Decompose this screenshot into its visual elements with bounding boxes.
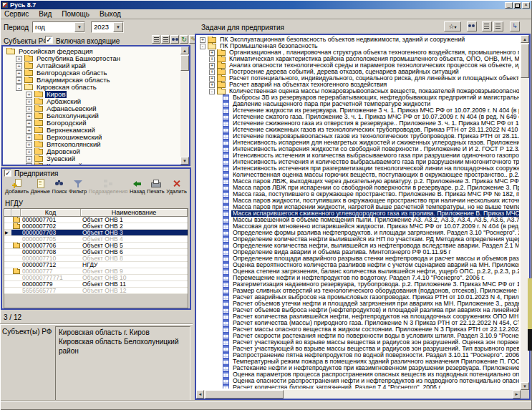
enterprise-row[interactable]: 0000007710Объект ОНВ 8 [4, 255, 188, 262]
tree-expand-toggle[interactable]: + [26, 156, 32, 162]
task-tree-item[interactable]: Количественная оценка массы горючих веще… [198, 172, 519, 178]
tree-expand-toggle[interactable]: + [26, 163, 32, 165]
search-icon[interactable] [467, 21, 477, 31]
tree-expand-toggle[interactable]: + [26, 113, 32, 119]
enterprises-checkbox[interactable]: ✓ [4, 170, 11, 177]
region-tree-item[interactable]: +Республика Башкортостан [4, 55, 180, 62]
task-tree-item[interactable]: Истечение сжиженных газов из технологиче… [198, 127, 519, 133]
enterprise-row[interactable]: 0000007702Объект ОНВ 2 [4, 223, 188, 230]
enterprise-row[interactable]: 000000777771Объект ОНВ 10 [4, 275, 188, 281]
task-tree-item[interactable]: Определение количества нефти, вылившейся… [198, 243, 519, 249]
task-tree-item[interactable]: Оценка параметров процесса распространен… [198, 371, 519, 378]
tree-expand-toggle[interactable]: - [200, 44, 205, 49]
tree-expand-toggle[interactable]: + [26, 127, 32, 134]
task-tree-item[interactable]: Расчет объемов утечки нефти и площадей з… [198, 301, 519, 307]
task-tree-item[interactable]: Интенсивность испарения для ненагретых ж… [198, 140, 519, 146]
menu-item[interactable]: Сервис [4, 10, 29, 18]
tree-expand-toggle[interactable]: + [26, 120, 32, 127]
tree-expand-toggle[interactable]: + [16, 63, 22, 69]
grid-header-code[interactable]: Код [21, 209, 81, 217]
panel-divider[interactable] [192, 19, 194, 401]
toolbar-button-print[interactable]: Печать [147, 178, 165, 198]
task-tree-item[interactable]: Расчет объемов выброса нефти (нефтепроду… [198, 307, 519, 313]
tree-expand-toggle[interactable]: + [26, 106, 32, 112]
scroll-up-icon[interactable]: ▲ [521, 35, 529, 43]
task-tree-item[interactable]: +Анализ опасности технологической среды … [198, 62, 519, 69]
region-tree-item[interactable]: +Афанасьевский [4, 105, 180, 112]
tree-expand-toggle[interactable]: + [209, 76, 215, 82]
menu-item[interactable]: Выход [100, 10, 121, 18]
tree-details-icon[interactable] [493, 21, 503, 31]
scrollbar-thumb[interactable] [205, 390, 284, 399]
scroll-right-icon[interactable]: ► [513, 390, 521, 399]
region-tree-vscrollbar[interactable]: ▲ ▼ [180, 47, 189, 165]
task-tree-item[interactable]: Истечение пожаровзрывоопасных газов из т… [198, 133, 519, 140]
task-tree-item[interactable]: Определение вида аварии и объема разлива… [198, 249, 519, 255]
task-tree-item[interactable]: Истечение сжиженного газа из отверстия в… [198, 120, 519, 127]
task-tree-item[interactable]: Расчет количества разлившейся нефти, неф… [198, 313, 519, 320]
region-tree-item[interactable]: Российская федерация [4, 48, 180, 55]
region-tree-item[interactable]: +Арбажский [4, 98, 180, 105]
task-tree-item[interactable]: Растекание нефти и нефтепродуктов при кв… [198, 365, 519, 371]
minimize-button[interactable]: _ [505, 2, 513, 9]
region-tree-item[interactable]: +Белгородская область [4, 69, 180, 77]
menu-item[interactable]: Вид [39, 10, 52, 18]
task-tree-item[interactable]: Истечение жидкости из резервуара. Прилож… [198, 107, 519, 114]
task-tree-item[interactable]: Расчет аварийных выбросов на промысловых… [198, 294, 519, 301]
restore-button[interactable] [513, 2, 521, 9]
enterprise-row[interactable]: ▶0000007703Объект ОНВ 3 [4, 230, 188, 236]
task-tree-item[interactable]: +Расчет потенциального, индивидуального,… [198, 75, 519, 82]
tree-expand-toggle[interactable]: + [26, 142, 32, 148]
task-tree-item[interactable]: Масса паров при испарении жидкости, нагр… [198, 204, 519, 210]
task-tree-item[interactable]: +Построение дерева событий, дерева отказ… [198, 69, 519, 75]
grid-header-name[interactable]: Наименование [81, 209, 188, 217]
region-tree-item[interactable]: -Кировская область [4, 84, 180, 91]
toolbar-button-search[interactable]: Поиск [52, 178, 67, 198]
tree-expand-toggle[interactable]: + [26, 99, 32, 105]
task-tree-item[interactable]: Расчет количества (массы) природного газ… [198, 320, 519, 326]
task-tree-item[interactable]: Оценка опасности распространения нефти и… [198, 378, 519, 384]
task-tree-item[interactable]: Интенсивность испарения жидкости со своб… [198, 146, 519, 152]
enterprise-row[interactable]: 5656565777Объект ОНВ 12 [4, 288, 188, 294]
tree-expand-toggle[interactable]: - [16, 84, 22, 91]
task-tree-item[interactable]: Итенсивность истечения и количества выбр… [198, 152, 519, 159]
region-tree-item[interactable]: +Даровской [4, 148, 180, 155]
task-tree-item[interactable]: Определение количества нефти вылившейся … [198, 236, 519, 243]
grid-header-marker[interactable] [4, 209, 11, 217]
tree-expand-toggle[interactable]: + [16, 56, 22, 62]
region-tree-item[interactable]: +Алтайский край [4, 62, 180, 69]
task-tree-item[interactable]: Расчет количества буровых загрязнений. Р… [198, 384, 519, 389]
tree-expand-toggle[interactable]: + [209, 82, 215, 88]
expand-branch-icon[interactable]: ↳ [510, 21, 520, 31]
task-tree-item[interactable]: Масса испарившегося сжиженного углеводор… [198, 210, 519, 217]
chevron-down-icon[interactable]: ▼ [113, 22, 123, 32]
toolbar-button-add[interactable]: Добавить [5, 178, 29, 198]
grid-header-icon[interactable] [11, 209, 21, 217]
task-tree-item[interactable]: Давление насыщенного пара при расчетной … [198, 101, 519, 107]
tree-expand-toggle[interactable]: + [200, 37, 205, 43]
scroll-up-icon[interactable]: ▲ [180, 47, 189, 54]
task-tree-item[interactable]: Оценка вероятностного количества разливо… [198, 262, 519, 268]
enterprise-row[interactable]: 0000007701Объект ОНВ 1 [4, 217, 188, 223]
toolbar-button-back[interactable]: Назад [130, 178, 145, 198]
task-tree-item[interactable]: Разгерметизация надземного резервуара, т… [198, 281, 519, 288]
task-tree-item[interactable]: Определение площади аварийного разрыва с… [198, 255, 519, 262]
scrollbar-thumb[interactable] [180, 55, 189, 71]
task-tree-item[interactable]: Истечение сжатого газа. Приложение 3. ч.… [198, 114, 519, 120]
enterprise-row[interactable]: 0000007712НГДУ [4, 262, 188, 268]
tree-expand-toggle[interactable]: + [26, 149, 32, 155]
task-tree-item[interactable]: Размер сливных отверстий из технологичес… [198, 288, 519, 294]
enterprise-row[interactable]: 000000777Объект ОНВ 9 [4, 268, 188, 275]
region-tree-item[interactable]: +Вятскополянский [4, 141, 180, 148]
scroll-down-icon[interactable]: ▼ [180, 157, 189, 165]
tree-expand-toggle[interactable]: + [26, 92, 32, 98]
task-tree-item[interactable]: +ПК Эксплуатационная безопасность объект… [198, 36, 519, 43]
scroll-left-icon[interactable]: ◄ [196, 390, 204, 399]
task-tree-item[interactable]: +Организационная , планировочная структу… [198, 49, 519, 56]
toolbar-button-filter[interactable]: Фильтр [69, 178, 87, 198]
task-tree-item[interactable]: Масса паров жидкости, поступивших в окру… [198, 197, 519, 204]
task-tree-item[interactable]: Определение формы разлива нефтепродуктов… [198, 230, 519, 236]
tree-expand-toggle[interactable]: + [16, 77, 22, 84]
title-bar[interactable]: Русь 8.7 _ × [1, 1, 531, 9]
region-tree-item[interactable]: +Верхошижемский [4, 134, 180, 141]
